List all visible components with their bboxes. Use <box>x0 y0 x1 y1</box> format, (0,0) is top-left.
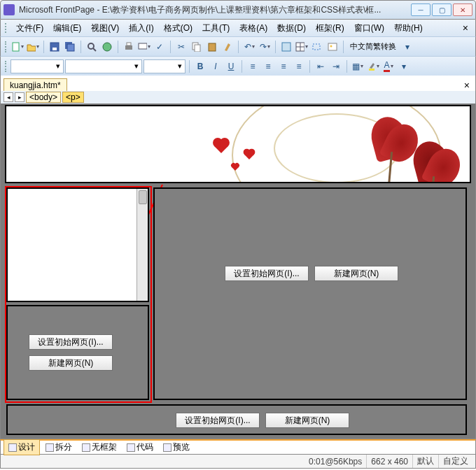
frame-bottom-left[interactable]: 设置初始网页(I)... 新建网页(N) <box>6 305 149 400</box>
highlight-button[interactable] <box>366 59 380 73</box>
component-icon <box>281 42 291 52</box>
preview-icon <box>163 443 172 452</box>
highlight-icon <box>367 62 376 71</box>
copy-button[interactable] <box>190 40 204 54</box>
cn-convert-label[interactable]: 中文简繁转换 <box>347 41 399 52</box>
menu-tools[interactable]: 工具(T) <box>198 21 234 36</box>
menu-close-icon[interactable]: × <box>460 22 471 34</box>
search-icon <box>87 42 97 52</box>
new-page-button[interactable]: 新建网页(N) <box>265 413 349 428</box>
tab-file[interactable]: kuangjia.htm* <box>4 78 67 91</box>
new-page-button[interactable]: 新建网页(N) <box>314 266 398 281</box>
button-label: 新建网页(N) <box>334 268 379 280</box>
paste-button[interactable] <box>205 40 219 54</box>
search-button[interactable] <box>85 40 99 54</box>
align-left-button[interactable]: ≡ <box>246 59 260 73</box>
frame-top-left[interactable] <box>6 187 149 302</box>
preview-icon <box>138 42 147 52</box>
menu-window[interactable]: 窗口(W) <box>350 21 388 36</box>
bc-next-icon[interactable]: ▸ <box>15 92 24 102</box>
paste-icon <box>207 42 217 52</box>
indent-inc-button[interactable]: ⇥ <box>329 59 343 73</box>
underline-button[interactable]: U <box>224 59 238 73</box>
view-noframes[interactable]: 无框架 <box>78 440 121 455</box>
noframes-icon <box>82 443 90 452</box>
close-button[interactable]: ✕ <box>453 3 472 16</box>
more-button[interactable]: ▾ <box>400 40 414 54</box>
table-button[interactable] <box>295 40 309 54</box>
view-split[interactable]: 拆分 <box>41 440 76 455</box>
preview-button[interactable] <box>137 40 151 54</box>
size-select[interactable]: ▾ <box>144 59 186 73</box>
svg-rect-18 <box>313 44 320 50</box>
frame-bottom[interactable]: 设置初始网页(I)... 新建网页(N) <box>6 404 467 435</box>
print-button[interactable] <box>122 40 136 54</box>
set-initial-button[interactable]: 设置初始网页(I)... <box>225 266 309 281</box>
toolbar-standard: ✓ ✂ ↶ ↷ 中文简繁转换 ▾ <box>0 36 476 56</box>
svg-rect-12 <box>195 45 200 52</box>
maximize-button[interactable]: ▢ <box>432 3 451 16</box>
grip-icon <box>5 41 8 52</box>
menu-format[interactable]: 格式(O) <box>160 21 197 36</box>
minimize-button[interactable]: ─ <box>411 3 430 16</box>
view-preview[interactable]: 预览 <box>159 440 194 455</box>
indent-dec-button[interactable]: ⇤ <box>314 59 328 73</box>
flower-icon <box>407 138 463 183</box>
separator <box>238 41 239 53</box>
view-code[interactable]: 代码 <box>122 440 158 455</box>
more-button[interactable]: ▾ <box>397 59 411 73</box>
align-justify-button[interactable]: ≡ <box>292 59 306 73</box>
menu-view[interactable]: 视图(V) <box>87 21 123 36</box>
tab-label: 预览 <box>173 441 190 453</box>
component-button[interactable] <box>279 40 293 54</box>
frame-right[interactable]: 设置初始网页(I)... 新建网页(N) <box>153 187 467 400</box>
spell-button[interactable]: ✓ <box>153 40 167 54</box>
save-button[interactable] <box>48 40 62 54</box>
bc-p[interactable]: <p> <box>62 92 84 103</box>
menu-table[interactable]: 表格(A) <box>235 21 272 36</box>
new-button[interactable] <box>10 40 24 54</box>
style-select[interactable]: ▾ <box>10 59 64 73</box>
scroll-thumb[interactable] <box>139 190 147 204</box>
saveall-button[interactable] <box>63 40 77 54</box>
open-button[interactable] <box>26 40 40 54</box>
scrollbar[interactable] <box>136 189 148 301</box>
svg-point-20 <box>330 45 332 47</box>
status-size: 662 x 460 <box>366 455 412 468</box>
bold-button[interactable]: B <box>193 59 207 73</box>
publish-button[interactable] <box>100 40 114 54</box>
bc-body[interactable]: <body> <box>26 92 61 103</box>
set-initial-button[interactable]: 设置初始网页(I)... <box>29 334 113 350</box>
set-initial-button[interactable]: 设置初始网页(I)... <box>176 413 260 428</box>
status-time: 0:01@56Kbps <box>304 455 366 468</box>
redo-button[interactable]: ↷ <box>258 40 272 54</box>
menu-data[interactable]: 数据(D) <box>273 21 310 36</box>
border-button[interactable]: ▦ <box>351 59 365 73</box>
fontcolor-button[interactable]: A <box>382 59 396 73</box>
toolbar-format: ▾ ▾ ▾ B I U ≡ ≡ ≡ ≡ ⇤ ⇥ ▦ A ▾ <box>0 56 476 76</box>
app-icon <box>4 4 15 15</box>
font-select[interactable]: ▾ <box>65 59 142 73</box>
layer-button[interactable] <box>310 40 324 54</box>
bc-prev-icon[interactable]: ◂ <box>4 92 13 102</box>
italic-button[interactable]: I <box>209 59 223 73</box>
align-right-button[interactable]: ≡ <box>276 59 290 73</box>
formatpaint-button[interactable] <box>220 40 234 54</box>
banner-frame[interactable] <box>5 105 471 183</box>
menu-insert[interactable]: 插入(I) <box>125 21 158 36</box>
svg-rect-4 <box>67 44 74 51</box>
cut-button[interactable]: ✂ <box>174 40 188 54</box>
menu-help[interactable]: 帮助(H) <box>390 21 427 36</box>
image-button[interactable] <box>326 40 340 54</box>
view-design[interactable]: 设计 <box>4 439 40 455</box>
menu-file[interactable]: 文件(F) <box>12 21 48 36</box>
menubar: 文件(F) 编辑(E) 视图(V) 插入(I) 格式(O) 工具(T) 表格(A… <box>0 20 476 36</box>
tab-close-icon[interactable]: × <box>464 80 470 91</box>
menu-edit[interactable]: 编辑(E) <box>49 21 85 36</box>
undo-button[interactable]: ↶ <box>242 40 256 54</box>
tab-label: 拆分 <box>55 441 72 453</box>
image-icon <box>328 42 337 52</box>
align-center-button[interactable]: ≡ <box>261 59 275 73</box>
menu-frame[interactable]: 框架(R) <box>312 21 349 36</box>
new-page-button[interactable]: 新建网页(N) <box>29 355 113 371</box>
